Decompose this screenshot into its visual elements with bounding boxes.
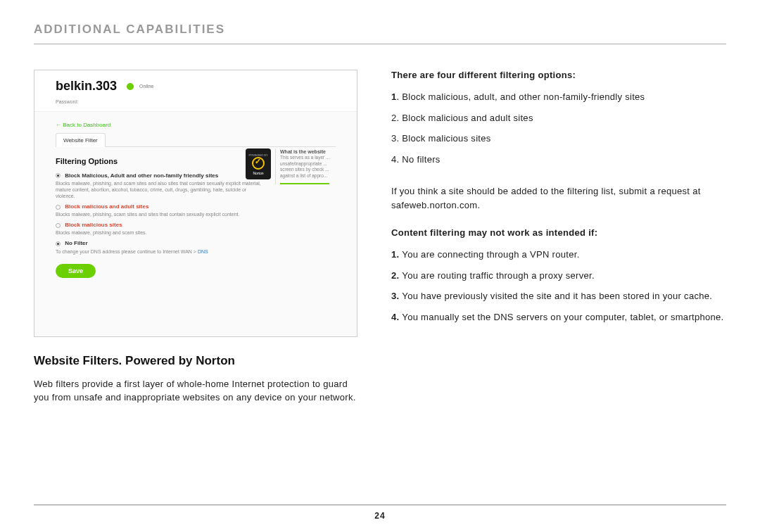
help-sidebar-body: This serves as a layer ... unsafe/inappr… — [280, 155, 329, 177]
dns-link[interactable]: DNS — [198, 249, 208, 254]
list-item: 2. You are routing traffic through a pro… — [391, 269, 726, 283]
dns-note: To change your DNS address please contin… — [56, 249, 336, 254]
list-item: 4. You manually set the DNS servers on y… — [391, 310, 726, 324]
help-sidebar-title: What is the website — [280, 149, 326, 154]
list-item: 3. Block malicious sites — [391, 132, 726, 146]
page-title: ADDITIONAL CAPABILITIES — [34, 23, 726, 44]
filter-option-label[interactable]: No Filter — [65, 240, 87, 246]
note-text: If you think a site should be added to t… — [391, 184, 726, 212]
list-item: 3. You have previously visited the site … — [391, 289, 726, 303]
filter-option-label[interactable]: Block malicious sites — [65, 222, 122, 228]
radio-icon[interactable] — [56, 205, 61, 210]
filter-option-label[interactable]: Block malicious and adult sites — [65, 203, 148, 210]
norton-brand-label: Norton — [253, 171, 263, 175]
router-name: belkin.303 — [56, 79, 117, 94]
status-dot-icon — [127, 83, 134, 90]
list-item: 2. Block malicious and adult sites — [391, 111, 726, 125]
section-title: Website Filters. Powered by Norton — [34, 354, 357, 368]
password-label: Password: — [34, 99, 357, 112]
radio-icon[interactable] — [56, 173, 61, 178]
filter-option-desc: Blocks malware, phishing and scam sites. — [56, 229, 267, 236]
page-number: 24 — [0, 511, 760, 521]
filtering-options-heading: There are four different filtering optio… — [391, 70, 726, 80]
list-item: 1. You are connecting through a VPN rout… — [391, 248, 726, 262]
section-intro: Web filters provide a first layer of who… — [34, 378, 357, 405]
radio-icon[interactable] — [56, 223, 61, 228]
help-sidebar: What is the website This serves as a lay… — [275, 148, 337, 184]
filter-option-label[interactable]: Block Malicious, Adult and other non-fam… — [65, 172, 218, 179]
filter-option-desc: Blocks malware, phishing, scam sites and… — [56, 211, 267, 217]
list-item: 4. No filters — [391, 153, 726, 167]
footer-divider — [34, 505, 726, 505]
caveats-heading: Content filtering may not work as intend… — [391, 227, 726, 238]
router-screenshot: belkin.303 Online Password: ← Back to Da… — [34, 70, 357, 337]
back-to-dashboard-link[interactable]: ← Back to Dashboard — [56, 122, 336, 128]
radio-icon[interactable] — [56, 241, 61, 246]
tab-website-filter[interactable]: Website Filter — [56, 133, 106, 147]
status-label: Online — [139, 84, 153, 89]
filter-option-desc: Blocks malware, phishing, and scam sites… — [56, 180, 267, 199]
list-item: 1. Block malicious, adult, and other non… — [391, 90, 726, 104]
norton-badge-icon: POWERED BY Norton — [246, 148, 271, 179]
save-button[interactable]: Save — [56, 264, 96, 278]
